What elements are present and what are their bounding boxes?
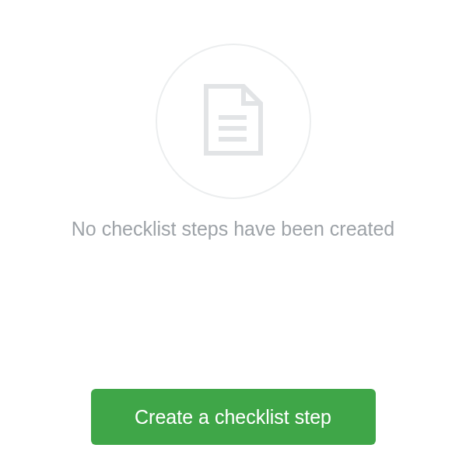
create-button-label: Create a checklist step bbox=[135, 406, 331, 429]
document-icon bbox=[203, 83, 264, 159]
empty-state-icon-circle bbox=[156, 44, 311, 199]
empty-state-message: No checklist steps have been created bbox=[72, 218, 395, 240]
create-checklist-step-button[interactable]: Create a checklist step bbox=[91, 389, 376, 445]
empty-state: No checklist steps have been created bbox=[0, 0, 466, 240]
